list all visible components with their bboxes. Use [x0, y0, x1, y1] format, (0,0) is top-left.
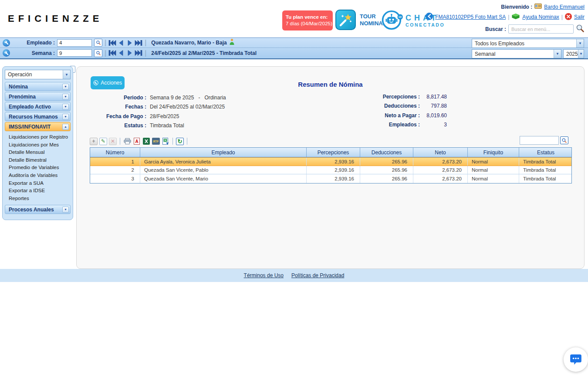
week-search-button[interactable] — [94, 49, 102, 57]
week-number-input[interactable] — [57, 49, 92, 57]
terms-link[interactable]: Términos de Uso — [244, 272, 284, 279]
header-user-area: Bienvenido : Bardo Emmanuel — [426, 3, 585, 34]
grid-search-button[interactable] — [560, 136, 568, 144]
first-record-icon[interactable] — [108, 50, 116, 56]
user-link[interactable]: Bardo Emmanuel — [544, 4, 585, 10]
chat-bubble-icon — [569, 353, 582, 366]
col-percepciones[interactable]: Percepciones — [307, 148, 360, 157]
help-book-icon — [511, 13, 520, 21]
menu-search-input[interactable] — [508, 24, 574, 34]
sidebar-section-imss-infonavit[interactable]: IMSS/INFONAVIT ▲ — [5, 122, 71, 131]
cell-percepciones: 2,939.16 — [307, 158, 360, 166]
sidebar-item-liquidaciones-por-registro[interactable]: Liquidaciones por Registro — [9, 133, 71, 141]
rtf-icon[interactable]: RTF — [152, 138, 160, 145]
prev-record-icon[interactable] — [117, 40, 125, 46]
period-type-select[interactable]: Semanal ▼ — [472, 49, 561, 58]
id-card-icon — [534, 3, 542, 10]
grid-filter-input[interactable] — [520, 136, 559, 145]
cell-percepciones: 2,939.16 — [307, 174, 360, 183]
sidebar-section-procesos-anuales[interactable]: Procesos Anuales ▼ — [5, 205, 71, 214]
next-record-icon[interactable] — [126, 40, 134, 46]
back-icon[interactable] — [426, 13, 433, 21]
sidebar-section-recursos-humanos[interactable]: Recursos Humanos ▼ — [5, 112, 71, 121]
sidebar-section-empleado-activo[interactable]: Empleado Activo ▼ — [5, 102, 71, 111]
table-row[interactable]: 1 Garcia Ayala, Veronica Julieta 2,939.1… — [90, 157, 571, 166]
divider: | — [105, 49, 106, 57]
sidebar-item-liquidaciones-por-mes[interactable]: Liquidaciones por Mes — [9, 141, 71, 149]
summary-label: Neto a Pagar : — [341, 112, 420, 119]
search-icon[interactable] — [576, 24, 585, 34]
sidebar-item-detalle-bimestral[interactable]: Detalle Bimestral — [9, 156, 71, 164]
chevron-down-icon[interactable]: ▼ — [62, 84, 69, 90]
cell-percepciones: 2,939.16 — [307, 166, 360, 174]
tour-nominax-button[interactable]: TOUR NOMINAX — [335, 10, 386, 30]
table-row[interactable]: 2 Quezada San Vicente, Pablo 2,939.16 26… — [90, 166, 571, 175]
chat-bubble-text: HI! — [399, 16, 402, 18]
col-empleado[interactable]: Empleado — [140, 148, 307, 157]
col-deducciones[interactable]: Deducciones — [360, 148, 413, 157]
excel-icon[interactable] — [142, 138, 150, 145]
prev-record-icon[interactable] — [117, 50, 125, 56]
table-row[interactable]: 3 Quezada San Vicente, Mario 2,939.16 26… — [90, 174, 571, 183]
chevron-down-icon[interactable]: ▼ — [62, 94, 69, 100]
employee-search-button[interactable] — [94, 39, 102, 47]
chevron-down-icon[interactable]: ▼ — [62, 104, 69, 110]
col-finiquito[interactable]: Finiquito — [468, 148, 519, 157]
sidebar-item-exportar-a-idse[interactable]: Exportar a IDSE — [9, 187, 71, 195]
employee-number-input[interactable] — [57, 39, 92, 47]
table-header: Número Empleado Percepciones Deducciones… — [90, 148, 571, 157]
edit-icon[interactable]: ✎ — [99, 138, 107, 145]
summary-value: 3 — [420, 122, 447, 128]
cell-finiquito: Normal — [468, 158, 519, 166]
sidebar-item-promedio-de-variables[interactable]: Promedio de Variables — [9, 164, 71, 172]
sidebar-item-exportar-a-sua[interactable]: Exportar a SUA — [9, 180, 71, 187]
year-select[interactable]: 2025 ▼ — [563, 49, 584, 58]
summary-label: Deducciones : — [341, 103, 420, 109]
first-record-icon[interactable] — [108, 40, 116, 46]
grid-search — [520, 136, 568, 145]
chat-bubble-button[interactable] — [564, 347, 588, 372]
last-record-icon[interactable] — [135, 40, 142, 46]
last-record-icon[interactable] — [135, 50, 142, 56]
toolbar-divider — [187, 138, 187, 145]
col-estatus[interactable]: Estatus — [519, 148, 572, 157]
next-record-icon[interactable] — [126, 50, 134, 56]
sidebar-section-nomina[interactable]: Nómina ▼ — [5, 82, 71, 91]
summary-value: 8,019.60 — [420, 112, 447, 119]
info-value: Semana 9 de 2025 - Ordinaria — [150, 95, 226, 101]
chevron-up-icon[interactable]: ▲ — [62, 124, 69, 130]
wrench-icon[interactable] — [3, 49, 10, 57]
pdf-icon[interactable]: A — [133, 138, 141, 145]
print-icon[interactable] — [123, 138, 131, 145]
sidebar-item-auditoria-de-variables[interactable]: Auditoría de Variables — [9, 172, 71, 180]
summary-label: Percepciones : — [341, 94, 420, 100]
toolbar-divider — [120, 138, 120, 145]
wrench-icon[interactable] — [3, 39, 10, 47]
employees-filter-select[interactable]: Todos los Empleados ▼ — [472, 39, 584, 48]
chevron-down-icon[interactable]: ▼ — [62, 207, 69, 213]
refresh-icon[interactable]: ↻ — [176, 138, 184, 145]
delete-icon[interactable]: ✕ — [109, 138, 117, 145]
col-neto[interactable]: Neto — [413, 148, 468, 157]
privacy-link[interactable]: Políticas de Privacidad — [291, 272, 344, 279]
cell-estatus: Timbrada Total — [519, 174, 572, 183]
cell-estatus: Timbrada Total — [519, 158, 572, 166]
info-label: Fechas : — [85, 104, 146, 110]
sidebar-item-detalle-mensual[interactable]: Detalle Mensual — [9, 149, 71, 156]
logout-link[interactable]: Salir — [574, 14, 585, 20]
sidebar-section-prenomina[interactable]: Prenómina ▼ — [5, 92, 71, 101]
help-link[interactable]: Ayuda Nominax — [522, 14, 559, 20]
col-numero[interactable]: Número — [90, 148, 140, 157]
chevron-down-icon[interactable]: ▼ — [62, 114, 69, 120]
sidebar-item-reportes[interactable]: Reportes — [9, 195, 71, 203]
company-link[interactable]: FMA810102PP5 Foto Mart SA — [435, 14, 506, 20]
operation-select[interactable]: Operación ▼ — [5, 70, 71, 79]
cell-empleado: Garcia Ayala, Veronica Julieta — [140, 158, 307, 166]
week-description: 24/Feb/2025 al 2/Mar/2025 - Timbrada Tot… — [151, 50, 257, 56]
logout-icon — [565, 13, 572, 21]
export-excel-icon[interactable] — [162, 138, 169, 145]
chevron-down-icon: ▼ — [576, 39, 584, 48]
period-type-value: Semanal — [475, 51, 495, 57]
employee-description: Quezada Navarro, Mario - Baja — [151, 40, 226, 46]
add-icon[interactable]: + — [90, 138, 98, 145]
